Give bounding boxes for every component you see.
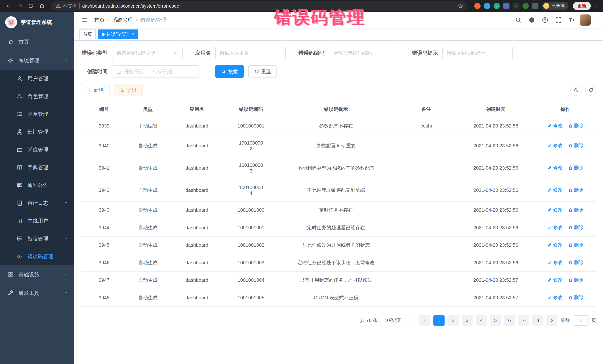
page-ellipsis[interactable]: ··· bbox=[518, 315, 529, 326]
help-icon[interactable] bbox=[540, 14, 551, 26]
delete-link[interactable]: 删除 bbox=[568, 277, 583, 283]
puzzle-extension-icon[interactable] bbox=[532, 3, 538, 9]
page-button-8[interactable]: 8 bbox=[532, 315, 543, 326]
page-size-select[interactable]: 10条/页 bbox=[381, 315, 416, 326]
sidebar-item-departments[interactable]: 部门管理 bbox=[0, 123, 74, 141]
paused-badge[interactable]: 已暂停 bbox=[542, 2, 568, 10]
extension-icon-2[interactable] bbox=[484, 3, 490, 9]
app-logo[interactable]: 芋道管理系统 bbox=[0, 12, 74, 33]
omnibox[interactable]: 不安全 dashboard.yudao.iocoder.cn/system/er… bbox=[51, 1, 468, 11]
delete-link[interactable]: 删除 bbox=[568, 259, 583, 266]
hamburger-icon[interactable] bbox=[80, 16, 89, 24]
cell-actions: 修改 删除 bbox=[534, 201, 596, 219]
delete-link[interactable]: 删除 bbox=[568, 122, 583, 129]
close-icon[interactable]: × bbox=[131, 32, 134, 37]
tag-label: 错误码管理 bbox=[106, 31, 129, 37]
error-type-select[interactable]: 请选择错误码类型 bbox=[112, 47, 183, 59]
sidebar-item-dev-tools[interactable]: 研发工具 bbox=[0, 284, 74, 302]
edit-link[interactable]: 修改 bbox=[547, 142, 563, 149]
github-icon[interactable] bbox=[526, 14, 537, 26]
delete-link[interactable]: 删除 bbox=[568, 224, 583, 231]
fullscreen-icon[interactable] bbox=[553, 14, 564, 26]
select-placeholder: 请选择错误码类型 bbox=[116, 50, 155, 56]
edit-link[interactable]: 修改 bbox=[547, 242, 563, 248]
delete-link[interactable]: 删除 bbox=[568, 187, 583, 193]
export-button[interactable]: 导出 bbox=[114, 84, 142, 96]
edit-link[interactable]: 修改 bbox=[547, 187, 563, 193]
bookmark-star-icon[interactable] bbox=[458, 3, 463, 9]
error-code-input[interactable]: 请输入错误码编码 bbox=[329, 47, 399, 59]
sidebar-item-announcements[interactable]: 通知公告 bbox=[0, 176, 74, 194]
cell-hint: 定时任务不存在 bbox=[277, 201, 395, 219]
tag-home[interactable]: 首页 bbox=[79, 30, 96, 39]
delete-link[interactable]: 删除 bbox=[568, 142, 583, 149]
edit-link[interactable]: 修改 bbox=[547, 224, 563, 231]
cell-id: 3940 bbox=[81, 135, 127, 157]
edit-link[interactable]: 修改 bbox=[547, 207, 563, 213]
date-range-picker[interactable]: 开始日期 - 结束日期 bbox=[112, 65, 199, 78]
back-icon[interactable] bbox=[4, 1, 13, 11]
search-icon[interactable] bbox=[513, 14, 524, 26]
add-button[interactable]: 新增 bbox=[81, 84, 109, 96]
font-size-icon[interactable]: TT bbox=[566, 14, 577, 26]
delete-link[interactable]: 删除 bbox=[568, 165, 583, 171]
extension-icon-3[interactable]: ✓ bbox=[494, 3, 500, 9]
sidebar-item-infrastructure[interactable]: 基础设施 bbox=[0, 265, 74, 284]
sidebar-item-audit-log[interactable]: 审计日志 bbox=[0, 194, 74, 212]
sidebar-item-system[interactable]: 系统管理 bbox=[0, 51, 74, 70]
sidebar-item-home[interactable]: 首页 bbox=[0, 33, 74, 51]
edit-link[interactable]: 修改 bbox=[547, 165, 563, 171]
start-date-placeholder: 开始日期 bbox=[124, 68, 144, 75]
app-name-input[interactable]: 请输入应用名 bbox=[215, 47, 286, 59]
sidebar-item-error-code[interactable]: 错误码管理 bbox=[0, 248, 74, 265]
url-text[interactable]: dashboard.yudao.iocoder.cn/system/error-… bbox=[82, 3, 179, 9]
browser-menu-icon[interactable]: ⋮ bbox=[594, 3, 599, 9]
delete-link[interactable]: 删除 bbox=[568, 242, 583, 248]
extension-icon-1[interactable] bbox=[474, 3, 481, 9]
prev-page-button[interactable] bbox=[419, 315, 430, 326]
delete-link[interactable]: 删除 bbox=[568, 294, 583, 301]
user-avatar[interactable] bbox=[580, 14, 591, 26]
filter-row-2: 创建时间 开始日期 - 结束日期 搜索 重置 bbox=[81, 65, 596, 78]
page-button-4[interactable]: 4 bbox=[476, 315, 487, 326]
goto-page-input[interactable] bbox=[573, 315, 589, 326]
edit-link[interactable]: 修改 bbox=[547, 122, 563, 129]
refresh-icon[interactable] bbox=[585, 85, 596, 96]
page-button-2[interactable]: 2 bbox=[448, 315, 459, 326]
sidebar-item-posts[interactable]: 岗位管理 bbox=[0, 141, 74, 159]
page-button-1[interactable]: 1 bbox=[433, 315, 445, 326]
extension-icon-6[interactable] bbox=[522, 3, 529, 9]
breadcrumb-home[interactable]: 首页 bbox=[94, 16, 105, 23]
button-label: 重置 bbox=[261, 68, 271, 75]
page-button-6[interactable]: 6 bbox=[504, 315, 515, 326]
sidebar-item-online-users[interactable]: 在线用户 bbox=[0, 212, 74, 230]
edit-link[interactable]: 修改 bbox=[547, 294, 563, 301]
sidebar-item-sms[interactable]: 短信管理 bbox=[0, 230, 74, 248]
security-indicator[interactable]: 不安全 bbox=[56, 3, 77, 9]
update-button[interactable]: 更新 bbox=[573, 2, 591, 10]
sidebar-item-dictionary[interactable]: 字典管理 bbox=[0, 159, 74, 176]
search-button[interactable]: 搜索 bbox=[215, 65, 244, 78]
sidebar-item-roles[interactable]: 角色管理 bbox=[0, 88, 74, 105]
delete-link[interactable]: 删除 bbox=[568, 207, 583, 213]
tag-error-code[interactable]: 错误码管理 × bbox=[98, 30, 138, 39]
reload-icon[interactable] bbox=[26, 1, 36, 11]
breadcrumb-separator: / bbox=[108, 17, 109, 23]
cell-app: dashboard bbox=[168, 157, 225, 179]
sidebar-item-menus[interactable]: 菜单管理 bbox=[0, 105, 74, 123]
page-button-5[interactable]: 5 bbox=[490, 315, 501, 326]
sidebar-item-users[interactable]: 用户管理 bbox=[0, 70, 74, 88]
show-search-icon[interactable] bbox=[570, 85, 581, 96]
extension-icon-5[interactable]: on bbox=[513, 3, 519, 9]
edit-link[interactable]: 修改 bbox=[547, 259, 563, 266]
page-button-3[interactable]: 3 bbox=[462, 315, 473, 326]
avatar-caret-icon[interactable] bbox=[593, 18, 597, 22]
next-page-button[interactable] bbox=[546, 315, 557, 326]
edit-link[interactable]: 修改 bbox=[547, 277, 563, 283]
breadcrumb-system[interactable]: 系统管理 bbox=[112, 16, 133, 23]
extension-icon-4[interactable] bbox=[503, 3, 510, 9]
forward-icon[interactable] bbox=[15, 1, 24, 11]
reset-button[interactable]: 重置 bbox=[248, 65, 277, 78]
error-hint-input[interactable]: 请输入错误码提示 bbox=[442, 47, 513, 59]
home-icon[interactable] bbox=[37, 1, 47, 11]
